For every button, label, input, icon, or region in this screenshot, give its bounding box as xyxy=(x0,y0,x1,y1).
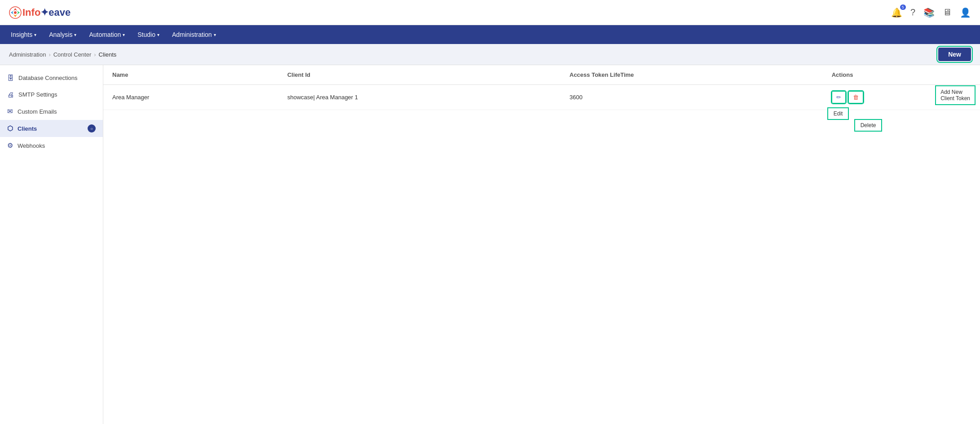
logo-icon xyxy=(9,6,22,19)
table-header-row: Name Client Id Access Token LifeTime Act… xyxy=(103,65,980,85)
breadcrumb-control-center[interactable]: Control Center xyxy=(53,51,92,58)
delete-button[interactable]: 🗑 xyxy=(848,91,863,103)
cell-name: Area Manager xyxy=(103,85,278,110)
table-row: Area Manager showcase| Area Manager 1 36… xyxy=(103,85,980,110)
nav-automation[interactable]: Automation ▾ xyxy=(83,25,131,44)
cell-token-lifetime: 3600 xyxy=(561,85,823,110)
client-icon: ⬡ xyxy=(7,124,13,132)
chevron-down-icon: ▾ xyxy=(74,32,76,37)
email-icon: ✉ xyxy=(7,107,13,115)
webhook-icon: ⚙ xyxy=(7,141,13,150)
clients-badge: ○ xyxy=(88,124,96,132)
nav-analysis[interactable]: Analysis ▾ xyxy=(43,25,83,44)
chevron-down-icon: ▾ xyxy=(214,32,216,37)
breadcrumb-clients: Clients xyxy=(99,51,117,58)
logo-info: Info xyxy=(22,7,40,18)
sidebar-item-custom-emails[interactable]: ✉ Custom Emails xyxy=(0,103,103,120)
breadcrumb-sep-2: › xyxy=(94,51,96,58)
top-header: Info✦eave 🔔5 ? 📚 🖥 👤 xyxy=(0,0,980,25)
breadcrumb-wrapper: Administration › Control Center › Client… xyxy=(0,44,980,65)
sidebar-item-webhooks[interactable]: ⚙ Webhooks xyxy=(0,137,103,154)
col-actions: Actions xyxy=(823,65,980,85)
cell-client-id: showcase| Area Manager 1 xyxy=(278,85,561,110)
sidebar-item-clients[interactable]: ⬡ Clients ○ xyxy=(0,120,103,137)
sidebar-item-smtp-settings[interactable]: 🖨 SMTP Settings xyxy=(0,86,103,103)
sidebar-item-database-connections[interactable]: 🗄 Database Connections xyxy=(0,70,103,86)
nav-insights[interactable]: Insights ▾ xyxy=(4,25,43,44)
edit-tooltip: Edit xyxy=(827,107,849,120)
help-icon[interactable]: ? xyxy=(910,7,915,18)
sidebar: 🗄 Database Connections 🖨 SMTP Settings ✉… xyxy=(0,65,103,424)
col-token-lifetime: Access Token LifeTime xyxy=(561,65,823,85)
breadcrumb: Administration › Control Center › Client… xyxy=(9,51,116,58)
breadcrumb-bar: Administration › Control Center › Client… xyxy=(0,44,980,65)
nav-bar: Insights ▾ Analysis ▾ Automation ▾ Studi… xyxy=(0,25,980,44)
col-name: Name xyxy=(103,65,278,85)
bell-badge: 5 xyxy=(900,4,906,10)
main-layout: 🗄 Database Connections 🖨 SMTP Settings ✉… xyxy=(0,65,980,424)
header-icons: 🔔5 ? 📚 🖥 👤 xyxy=(891,7,971,18)
new-button[interactable]: New xyxy=(938,48,971,61)
logo: Info✦eave xyxy=(9,6,71,19)
logo-weave: ✦eave xyxy=(40,7,71,18)
chevron-down-icon: ▾ xyxy=(34,32,36,37)
clients-table: Name Client Id Access Token LifeTime Act… xyxy=(103,65,980,110)
smtp-icon: 🖨 xyxy=(7,91,14,98)
database-icon: 🗄 xyxy=(7,74,14,82)
user-icon[interactable]: 👤 xyxy=(960,7,971,18)
col-client-id: Client Id xyxy=(278,65,561,85)
svg-point-1 xyxy=(14,11,17,14)
nav-studio[interactable]: Studio ▾ xyxy=(131,25,166,44)
add-new-client-token-tooltip: Add New Client Token xyxy=(935,85,976,105)
nav-administration[interactable]: Administration ▾ xyxy=(166,25,222,44)
bell-icon[interactable]: 🔔5 xyxy=(891,7,902,18)
screen-icon[interactable]: 🖥 xyxy=(943,7,952,18)
chevron-down-icon: ▾ xyxy=(157,32,159,37)
library-icon[interactable]: 📚 xyxy=(923,7,935,18)
edit-button[interactable]: ✏ xyxy=(832,91,846,103)
content-area: Name Client Id Access Token LifeTime Act… xyxy=(103,65,980,424)
chevron-down-icon: ▾ xyxy=(123,32,125,37)
delete-tooltip: Delete xyxy=(854,119,883,132)
breadcrumb-sep-1: › xyxy=(49,51,50,58)
breadcrumb-admin[interactable]: Administration xyxy=(9,51,46,58)
